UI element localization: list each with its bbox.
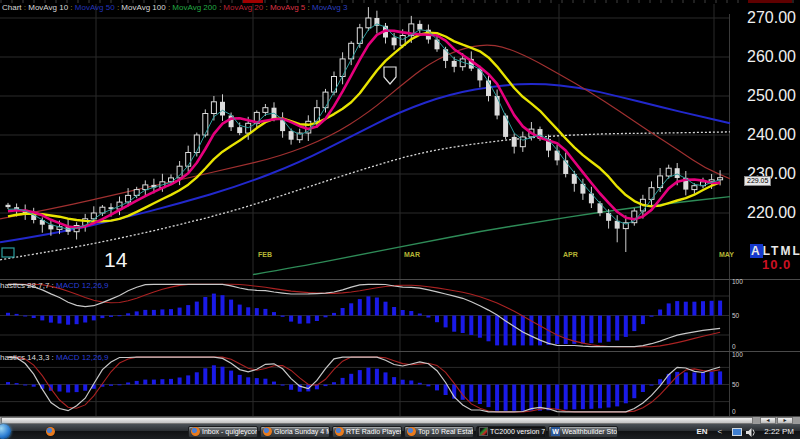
speaker-icon[interactable]	[746, 423, 756, 439]
panel-axis-label: 50	[732, 381, 739, 388]
symbol-entry-overlay: ALTML	[750, 244, 800, 258]
taskbar-button-rt-radio-player-gl-[interactable]: RTÉ Radio Player - Gl...	[332, 426, 402, 438]
taskbar-button-gloria-sunday-4-may-[interactable]: Gloria Sunday 4 May ...	[260, 426, 330, 438]
taskbar-button-top-10-real-estate-e-[interactable]: Top 10 Real Estate E...	[404, 426, 474, 438]
month-label-may: MAY	[719, 251, 734, 258]
panel-axis-label: 50	[732, 312, 739, 319]
scrollbar-thumb[interactable]	[1, 417, 753, 424]
taskbar-button-label: Inbox - quigleycomp...	[202, 428, 257, 436]
taskbar-button-label: TC2000 version 7 Gol...	[490, 428, 545, 436]
legend-separator: :	[305, 3, 312, 12]
panel-axis-label: 0	[732, 408, 736, 415]
panel-axis-label: 100	[732, 351, 743, 358]
price-axis-label: 270.00	[728, 9, 796, 27]
taskbar-button-tc2000-version-7-gol-[interactable]: TC2000 version 7 Gol...	[476, 426, 546, 438]
taskbar-buttons: Inbox - quigleycomp...Gloria Sunday 4 Ma…	[187, 426, 696, 438]
symbol-price-overlay: 10.0	[762, 257, 791, 272]
tc2000-icon	[479, 427, 488, 436]
legend-item-chart[interactable]: Chart	[2, 3, 22, 12]
word-icon: W	[551, 427, 560, 436]
last-price-tag: 229.05	[744, 176, 771, 186]
macd-label-text: MACD 12,26,9	[56, 281, 108, 290]
stochastics-28-7-7-label[interactable]: hastics 28,7,7 : MACD 12,26,9	[0, 281, 109, 290]
chart-annotation-14: 14	[104, 248, 127, 272]
windows-taskbar: Inbox - quigleycomp...Gloria Sunday 4 Ma…	[0, 424, 800, 439]
firefox-icon	[263, 427, 272, 436]
legend-separator: :	[68, 3, 75, 12]
flag-marker	[384, 67, 396, 84]
legend-item-movavg-3[interactable]: MovAvg 3	[312, 3, 347, 12]
month-label-feb: FEB	[258, 251, 272, 258]
month-label-mar: MAR	[404, 251, 420, 258]
symbol-cursor-letter: A	[750, 244, 763, 258]
taskbar-button-label: Wealthbuilder Stock ...	[562, 428, 617, 436]
tray-chevron-icon[interactable]: <	[718, 427, 723, 436]
firefox-icon	[191, 427, 200, 436]
panel-axis-label: 100	[732, 278, 743, 285]
firefox-icon	[335, 427, 344, 436]
legend-item-movavg-20[interactable]: MovAvg 20	[223, 3, 263, 12]
macd-label-text: MACD 12,26,9	[56, 353, 108, 362]
price-axis-label: 220.00	[728, 204, 796, 222]
price-axis-label: 250.00	[728, 87, 796, 105]
price-axis-label: 240.00	[728, 126, 796, 144]
stochastics-label-text: hastics 28,7,7 :	[0, 281, 56, 290]
taskbar-button-label: RTÉ Radio Player - Gl...	[346, 428, 401, 436]
start-button[interactable]	[0, 424, 11, 439]
language-indicator[interactable]: EN	[696, 427, 707, 436]
horizontal-scrollbar[interactable]: ◄ ►	[0, 417, 800, 424]
clock[interactable]: 2:22 PM	[764, 427, 794, 436]
taskbar-button-wealthbuilder-stock-[interactable]: WWealthbuilder Stock ...	[548, 426, 618, 438]
network-display-icon[interactable]	[732, 428, 742, 436]
stochastics-label-text: hastics 14,3,3 :	[0, 353, 56, 362]
taskbar-button-label: Top 10 Real Estate E...	[418, 428, 473, 436]
tc2000-chart-screen: Chart : MovAvg 10 : MovAvg 50 : MovAvg 1…	[0, 0, 800, 439]
firefox-icon	[407, 427, 416, 436]
system-tray: EN < 2:22 PM	[696, 423, 800, 439]
stochastics-14-3-3-label[interactable]: hastics 14,3,3 : MACD 12,26,9	[0, 353, 109, 362]
panel-axis-label: 0	[732, 343, 736, 350]
legend-item-movavg-50[interactable]: MovAvg 50	[75, 3, 115, 12]
firefox-icon	[46, 427, 55, 436]
quicklaunch-firefox[interactable]	[39, 425, 59, 438]
taskbar-button-inbox-quigleycomp-[interactable]: Inbox - quigleycomp...	[188, 426, 258, 438]
legend-item-movavg-200[interactable]: MovAvg 200	[172, 3, 216, 12]
moving-average-legend[interactable]: Chart : MovAvg 10 : MovAvg 50 : MovAvg 1…	[2, 3, 347, 13]
legend-item-movavg-100[interactable]: MovAvg 100	[121, 3, 165, 12]
price-chart-canvas	[0, 0, 800, 439]
cut-off-red-fragment-2	[748, 0, 792, 3]
month-label-apr: APR	[563, 251, 578, 258]
legend-item-movavg-10[interactable]: MovAvg 10	[28, 3, 68, 12]
taskbar-button-label: Gloria Sunday 4 May ...	[274, 428, 329, 436]
legend-separator: :	[263, 3, 270, 12]
legend-item-movavg-5[interactable]: MovAvg 5	[270, 3, 305, 12]
price-axis-label: 260.00	[728, 48, 796, 66]
